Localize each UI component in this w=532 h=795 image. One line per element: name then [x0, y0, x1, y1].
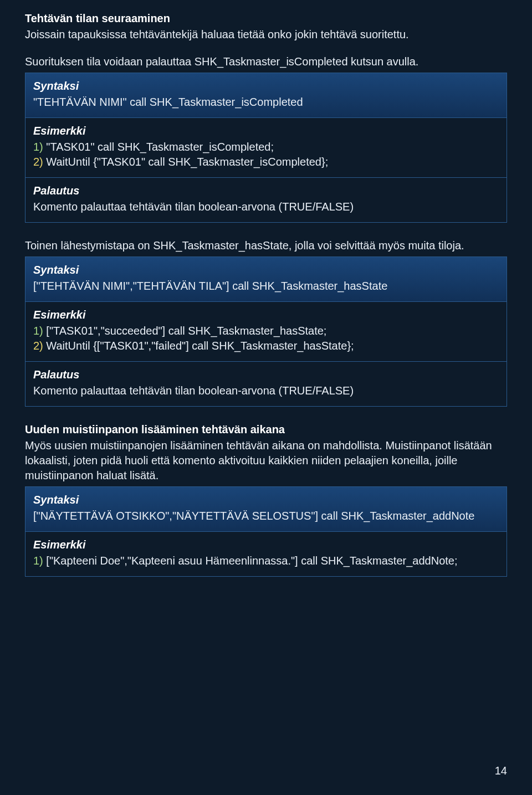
body-text: Toinen lähestymistapa on SHK_Taskmaster_… — [25, 238, 507, 253]
syntax-label: Syntaksi — [33, 493, 499, 507]
syntax-cell: Syntaksi ["NÄYTETTÄVÄ OTSIKKO","NÄYTETTÄ… — [25, 487, 507, 532]
list-number: 1) — [33, 325, 43, 337]
example-label: Esimerkki — [33, 537, 499, 552]
example-cell: Esimerkki 1) ["TASK01","succeeded"] call… — [25, 302, 507, 362]
syntax-box-addnote: Syntaksi ["NÄYTETTÄVÄ OTSIKKO","NÄYTETTÄ… — [25, 486, 507, 577]
example-body: "TASK01" call SHK_Taskmaster_isCompleted… — [43, 141, 274, 153]
list-number: 2) — [33, 340, 43, 352]
example-body: WaitUntil {["TASK01","failed"] call SHK_… — [43, 340, 354, 352]
return-label: Palautus — [33, 183, 499, 198]
example-line: 1) "TASK01" call SHK_Taskmaster_isComple… — [33, 140, 499, 155]
example-cell: Esimerkki 1) ["Kapteeni Doe","Kapteeni a… — [25, 532, 507, 576]
body-text: Joissain tapauksissa tehtäväntekijä halu… — [25, 27, 507, 42]
list-number: 2) — [33, 156, 43, 168]
example-cell: Esimerkki 1) "TASK01" call SHK_Taskmaste… — [25, 118, 507, 178]
example-line: 1) ["TASK01","succeeded"] call SHK_Taskm… — [33, 324, 499, 338]
example-body: WaitUntil {"TASK01" call SHK_Taskmaster_… — [43, 156, 328, 168]
return-cell: Palautus Komento palauttaa tehtävän tila… — [25, 362, 507, 406]
syntax-body: "TEHTÄVÄN NIMI" call SHK_Taskmaster_isCo… — [33, 95, 499, 110]
return-cell: Palautus Komento palauttaa tehtävän tila… — [25, 178, 507, 222]
example-body: ["TASK01","succeeded"] call SHK_Taskmast… — [43, 325, 327, 337]
example-line: 2) WaitUntil {["TASK01","failed"] call S… — [33, 338, 499, 353]
list-number: 1) — [33, 141, 43, 153]
page-number: 14 — [495, 763, 507, 778]
syntax-body: ["TEHTÄVÄN NIMI","TEHTÄVÄN TILA"] call S… — [33, 279, 499, 294]
return-label: Palautus — [33, 367, 499, 382]
syntax-box-iscompleted: Syntaksi "TEHTÄVÄN NIMI" call SHK_Taskma… — [25, 73, 507, 223]
example-label: Esimerkki — [33, 124, 499, 139]
section-heading: Uuden muistiinpanon lisääminen tehtävän … — [25, 422, 507, 437]
body-text: Myös uusien muistiinpanojen lisääminen t… — [25, 438, 507, 483]
section-heading: Tehtävän tilan seuraaminen — [25, 11, 507, 26]
syntax-cell: Syntaksi ["TEHTÄVÄN NIMI","TEHTÄVÄN TILA… — [25, 257, 507, 302]
syntax-label: Syntaksi — [33, 263, 499, 278]
syntax-cell: Syntaksi "TEHTÄVÄN NIMI" call SHK_Taskma… — [25, 73, 507, 118]
syntax-body: ["NÄYTETTÄVÄ OTSIKKO","NÄYTETTÄVÄ SELOST… — [33, 509, 499, 524]
example-body: ["Kapteeni Doe","Kapteeni asuu Hämeenlin… — [43, 555, 458, 567]
syntax-box-hasstate: Syntaksi ["TEHTÄVÄN NIMI","TEHTÄVÄN TILA… — [25, 257, 507, 407]
body-text: Suorituksen tila voidaan palauttaa SHK_T… — [25, 54, 507, 69]
return-body: Komento palauttaa tehtävän tilan boolean… — [33, 199, 499, 214]
example-line: 2) WaitUntil {"TASK01" call SHK_Taskmast… — [33, 155, 499, 170]
syntax-label: Syntaksi — [33, 79, 499, 94]
example-label: Esimerkki — [33, 307, 499, 322]
example-line: 1) ["Kapteeni Doe","Kapteeni asuu Hämeen… — [33, 553, 499, 568]
return-body: Komento palauttaa tehtävän tilan boolean… — [33, 383, 499, 398]
list-number: 1) — [33, 555, 43, 567]
